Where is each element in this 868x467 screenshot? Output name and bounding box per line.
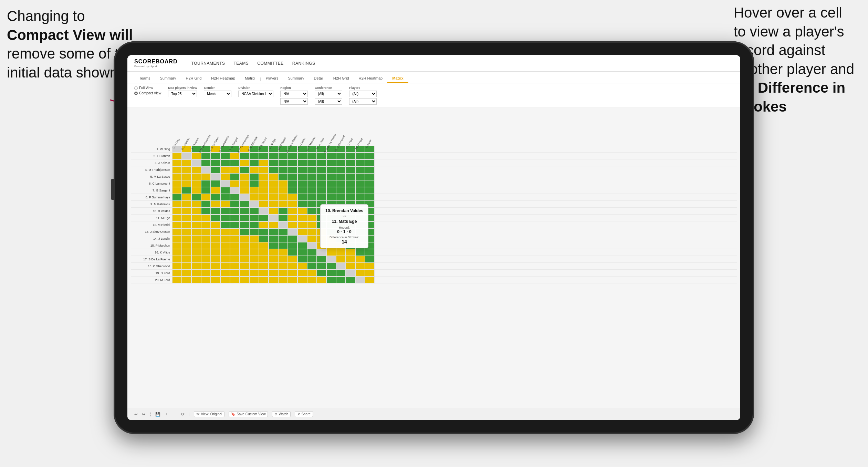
nav-tournaments[interactable]: TOURNAMENTS: [191, 61, 225, 66]
matrix-cell[interactable]: [336, 166, 346, 173]
matrix-cell[interactable]: [259, 194, 269, 201]
matrix-cell[interactable]: [201, 187, 211, 194]
matrix-cell[interactable]: [191, 173, 201, 180]
watch-btn[interactable]: ⊙ Watch: [272, 411, 291, 417]
matrix-cell[interactable]: [220, 159, 230, 166]
matrix-cell[interactable]: [278, 173, 288, 180]
matrix-cell[interactable]: [326, 159, 336, 166]
matrix-cell[interactable]: [182, 180, 191, 187]
matrix-cell[interactable]: [336, 187, 346, 194]
matrix-cell[interactable]: [191, 242, 201, 249]
matrix-cell[interactable]: [211, 194, 220, 201]
matrix-cell[interactable]: [191, 270, 201, 277]
matrix-cell[interactable]: [220, 256, 230, 263]
matrix-cell[interactable]: [172, 194, 182, 201]
matrix-cell[interactable]: [230, 187, 240, 194]
matrix-cell[interactable]: [249, 153, 259, 159]
matrix-cell[interactable]: [288, 256, 297, 263]
matrix-cell[interactable]: [278, 208, 288, 215]
matrix-cell[interactable]: [307, 235, 317, 242]
matrix-cell[interactable]: [297, 256, 307, 263]
matrix-cell[interactable]: [288, 153, 297, 159]
matrix-cell[interactable]: [182, 187, 191, 194]
matrix-cell[interactable]: [259, 159, 269, 166]
matrix-cell[interactable]: [211, 256, 220, 263]
matrix-cell[interactable]: [317, 166, 326, 173]
matrix-cell[interactable]: [220, 270, 230, 277]
tab-matrix-sub[interactable]: Matrix: [387, 74, 408, 83]
matrix-cell[interactable]: [269, 187, 278, 194]
matrix-cell[interactable]: [336, 263, 346, 270]
view-original-btn[interactable]: 👁 View: Original: [194, 411, 225, 417]
matrix-cell[interactable]: [297, 242, 307, 249]
matrix-cell[interactable]: [191, 249, 201, 256]
share-btn[interactable]: ↗ Share: [295, 411, 313, 417]
matrix-cell[interactable]: [317, 256, 326, 263]
matrix-cell[interactable]: [278, 263, 288, 270]
save-icon[interactable]: 💾: [155, 412, 160, 417]
matrix-cell[interactable]: [182, 263, 191, 270]
matrix-cell[interactable]: [346, 263, 355, 270]
matrix-cell[interactable]: [240, 153, 249, 159]
matrix-cell[interactable]: [220, 235, 230, 242]
matrix-cell[interactable]: [365, 166, 375, 173]
compact-view-option[interactable]: Compact View: [134, 91, 161, 95]
matrix-cell[interactable]: [182, 159, 191, 166]
matrix-cell[interactable]: [307, 153, 317, 159]
matrix-cell[interactable]: [346, 173, 355, 180]
matrix-cell[interactable]: [201, 153, 211, 159]
matrix-cell[interactable]: [278, 277, 288, 283]
matrix-cell[interactable]: [259, 187, 269, 194]
matrix-cell[interactable]: [201, 194, 211, 201]
matrix-cell[interactable]: [191, 201, 201, 208]
matrix-cell[interactable]: [172, 187, 182, 194]
matrix-cell[interactable]: [249, 201, 259, 208]
matrix-cell[interactable]: [307, 201, 317, 208]
matrix-cell[interactable]: [230, 159, 240, 166]
matrix-cell[interactable]: [240, 221, 249, 228]
matrix-cell[interactable]: [182, 153, 191, 159]
matrix-cell[interactable]: [269, 194, 278, 201]
matrix-cell[interactable]: [336, 180, 346, 187]
refresh-icon[interactable]: ⟳: [181, 412, 185, 417]
matrix-cell[interactable]: [307, 249, 317, 256]
matrix-cell[interactable]: [220, 187, 230, 194]
matrix-cell[interactable]: [201, 270, 211, 277]
matrix-cell[interactable]: [220, 153, 230, 159]
matrix-cell[interactable]: [211, 263, 220, 270]
nav-committee[interactable]: COMMITTEE: [257, 61, 284, 66]
matrix-cell[interactable]: [288, 173, 297, 180]
matrix-cell[interactable]: [201, 256, 211, 263]
matrix-cell[interactable]: [211, 228, 220, 235]
matrix-cell[interactable]: [336, 270, 346, 277]
matrix-cell[interactable]: [317, 249, 326, 256]
matrix-cell[interactable]: [172, 270, 182, 277]
matrix-cell[interactable]: [220, 277, 230, 283]
matrix-cell[interactable]: [191, 221, 201, 228]
matrix-cell[interactable]: [220, 208, 230, 215]
matrix-cell[interactable]: [297, 263, 307, 270]
matrix-cell[interactable]: [288, 208, 297, 215]
save-custom-view-btn[interactable]: 🔖 Save Custom View: [229, 411, 268, 417]
matrix-cell[interactable]: [230, 173, 240, 180]
matrix-cell[interactable]: [230, 208, 240, 215]
matrix-cell[interactable]: [307, 228, 317, 235]
matrix-cell[interactable]: [220, 221, 230, 228]
matrix-cell[interactable]: [220, 201, 230, 208]
matrix-cell[interactable]: [336, 249, 346, 256]
matrix-cell[interactable]: [230, 201, 240, 208]
matrix-cell[interactable]: [297, 173, 307, 180]
matrix-cell[interactable]: [288, 187, 297, 194]
matrix-cell[interactable]: [182, 173, 191, 180]
matrix-cell[interactable]: [211, 221, 220, 228]
matrix-cell[interactable]: [288, 249, 297, 256]
matrix-cell[interactable]: [191, 153, 201, 159]
matrix-cell[interactable]: [201, 242, 211, 249]
matrix-cell[interactable]: [201, 277, 211, 283]
matrix-cell[interactable]: [182, 235, 191, 242]
matrix-cell[interactable]: [297, 166, 307, 173]
matrix-cell[interactable]: [278, 249, 288, 256]
matrix-cell[interactable]: [201, 173, 211, 180]
matrix-cell[interactable]: [240, 242, 249, 249]
matrix-cell[interactable]: [346, 166, 355, 173]
